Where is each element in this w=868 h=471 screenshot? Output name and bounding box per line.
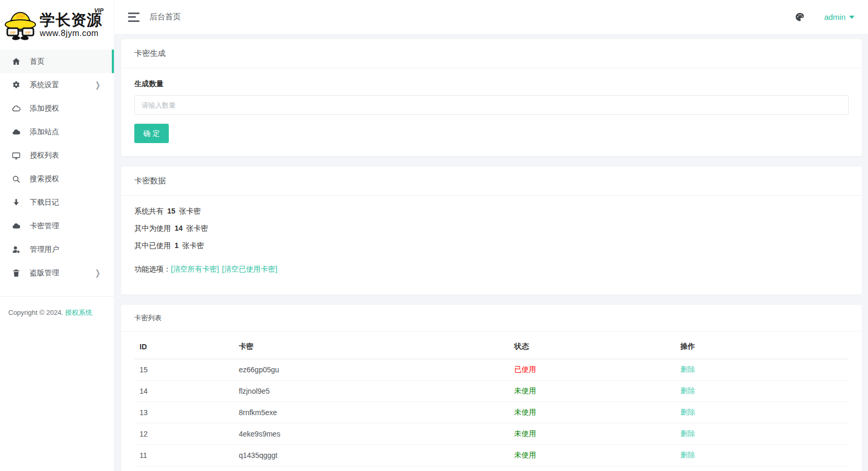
- sidebar-item-label: 添加授权: [30, 104, 59, 113]
- generate-card-body: 生成数量 确 定: [121, 68, 862, 156]
- cloud-icon: [11, 127, 21, 137]
- user-dropdown[interactable]: admin: [824, 13, 854, 21]
- menu-toggle-icon[interactable]: [128, 13, 141, 22]
- topbar: 后台首页 admin: [114, 0, 868, 34]
- chevron-right-icon: ❯: [95, 268, 100, 277]
- brand-vip-badge: VIP: [94, 8, 103, 14]
- cell-action: 删除: [675, 359, 849, 381]
- list-card-body: ID卡密状态操作 15ez66gp05gu已使用删除14flzjnol9e5未使…: [121, 332, 862, 471]
- sidebar: VIP VIP VIP 学长资源 VIP www.8jym.com 首页❯系统设…: [0, 0, 114, 471]
- cloud-outline-icon: [11, 103, 21, 113]
- quantity-input[interactable]: [134, 95, 849, 115]
- delete-link[interactable]: 删除: [680, 451, 695, 459]
- sidebar-item-8[interactable]: 管理用户❯: [0, 238, 114, 261]
- cell-status: 未使用: [509, 423, 675, 445]
- column-header-1: 卡密: [234, 335, 509, 359]
- cell-id: 15: [134, 359, 234, 381]
- key-table: ID卡密状态操作 15ez66gp05gu已使用删除14flzjnol9e5未使…: [134, 335, 849, 466]
- list-card: 卡密列表 ID卡密状态操作 15ez66gp05gu已使用删除14flzjnol…: [121, 305, 862, 471]
- cell-action: 删除: [675, 445, 849, 466]
- generate-card: 卡密生成 生成数量 确 定: [121, 39, 862, 156]
- sidebar-item-9[interactable]: 盗版管理❯: [0, 261, 114, 285]
- stat-line: 其中为使用 14 张卡密: [134, 224, 849, 233]
- clear-option-link-0[interactable]: [清空所有卡密]: [171, 265, 219, 273]
- cell-id: 12: [134, 423, 234, 445]
- svg-text:VIP: VIP: [25, 31, 31, 34]
- content: 卡密生成 生成数量 确 定 卡密数据 系统共有 15 张卡密其中为使用 14 张…: [114, 34, 868, 471]
- sidebar-item-3[interactable]: 添加站点❯: [0, 120, 114, 144]
- sidebar-nav: 首页❯系统设置❯添加授权❯添加站点❯授权列表❯搜索授权❯下载日记❯卡密管理❯管理…: [0, 50, 114, 285]
- monitor-icon: [11, 150, 21, 160]
- cell-code: flzjnol9e5: [234, 381, 509, 402]
- stats-card: 卡密数据 系统共有 15 张卡密其中为使用 14 张卡密其中已使用 1 张卡密 …: [121, 167, 862, 295]
- column-header-3: 操作: [675, 335, 849, 359]
- sidebar-item-7[interactable]: 卡密管理❯: [0, 214, 114, 238]
- stat-lines: 系统共有 15 张卡密其中为使用 14 张卡密其中已使用 1 张卡密: [134, 207, 849, 251]
- cell-id: 13: [134, 402, 234, 423]
- sidebar-item-label: 卡密管理: [30, 221, 59, 231]
- sidebar-item-1[interactable]: 系统设置❯: [0, 73, 114, 97]
- download-icon: [11, 197, 21, 207]
- username: admin: [824, 13, 846, 21]
- delete-link[interactable]: 删除: [680, 386, 695, 395]
- stat-line: 系统共有 15 张卡密: [134, 207, 849, 216]
- cell-id: 14: [134, 381, 234, 402]
- cell-code: ez66gp05gu: [234, 359, 509, 381]
- table-row: 124eke9s9mes未使用删除: [134, 423, 849, 445]
- delete-link[interactable]: 删除: [680, 408, 695, 416]
- svg-text:VIP: VIP: [10, 31, 16, 34]
- sidebar-item-label: 搜索授权: [30, 174, 59, 184]
- brand-url: www.8jym.com: [40, 29, 102, 38]
- sidebar-item-6[interactable]: 下载日记❯: [0, 191, 114, 214]
- stats-card-title: 卡密数据: [121, 167, 862, 196]
- theme-palette-icon[interactable]: [793, 10, 806, 24]
- mascot-logo-icon: VIP VIP VIP: [4, 4, 37, 45]
- column-header-0: ID: [134, 335, 234, 359]
- status-badge: 未使用: [514, 386, 536, 395]
- home-icon: [11, 56, 21, 66]
- cloud-icon: [11, 221, 21, 231]
- trash-icon: [11, 268, 21, 278]
- cell-id: 11: [134, 445, 234, 466]
- list-card-title: 卡密列表: [121, 305, 862, 332]
- cell-action: 删除: [675, 402, 849, 423]
- main-area: 后台首页 admin 卡密生成 生成数量: [114, 0, 868, 471]
- generate-card-title: 卡密生成: [121, 39, 862, 68]
- brand-text: 学长资源 VIP www.8jym.com: [40, 13, 102, 38]
- column-header-2: 状态: [509, 335, 675, 359]
- copyright-text: Copyright © 2024.: [8, 309, 65, 316]
- delete-link[interactable]: 删除: [680, 429, 695, 438]
- sidebar-item-label: 系统设置: [30, 80, 59, 90]
- sidebar-item-5[interactable]: 搜索授权❯: [0, 167, 114, 191]
- sidebar-item-4[interactable]: 授权列表❯: [0, 144, 114, 167]
- user-gear-icon: [11, 244, 21, 254]
- copyright-link[interactable]: 授权系统: [65, 309, 92, 316]
- brand-title: 学长资源: [40, 11, 102, 28]
- table-row: 11q1435qgggt未使用删除: [134, 445, 849, 466]
- table-header-row: ID卡密状态操作: [134, 335, 849, 359]
- cell-status: 未使用: [509, 402, 675, 423]
- chevron-right-icon: ❯: [95, 80, 100, 89]
- stat-line: 其中已使用 1 张卡密: [134, 241, 849, 251]
- sidebar-item-0[interactable]: 首页❯: [0, 50, 114, 73]
- sidebar-item-2[interactable]: 添加授权❯: [0, 97, 114, 120]
- cell-status: 已使用: [509, 359, 675, 381]
- gear-icon: [11, 80, 21, 90]
- sidebar-item-label: 授权列表: [30, 151, 59, 160]
- cell-code: q1435qgggt: [234, 445, 509, 466]
- sidebar-item-label: 下载日记: [30, 198, 59, 207]
- delete-link[interactable]: 删除: [680, 365, 695, 373]
- cell-status: 未使用: [509, 381, 675, 402]
- quantity-label: 生成数量: [134, 79, 164, 88]
- cell-code: 4eke9s9mes: [234, 423, 509, 445]
- sidebar-item-label: 添加站点: [30, 127, 59, 137]
- status-badge: 未使用: [514, 451, 536, 459]
- status-badge: 未使用: [514, 408, 536, 416]
- status-badge: 未使用: [514, 429, 536, 438]
- app-window: VIP VIP VIP 学长资源 VIP www.8jym.com 首页❯系统设…: [0, 0, 868, 471]
- clear-option-link-1[interactable]: [清空已使用卡密]: [222, 265, 277, 273]
- brand-logo[interactable]: VIP VIP VIP 学长资源 VIP www.8jym.com: [0, 0, 114, 50]
- cell-status: 未使用: [509, 445, 675, 466]
- confirm-button[interactable]: 确 定: [134, 124, 169, 143]
- cell-action: 删除: [675, 381, 849, 402]
